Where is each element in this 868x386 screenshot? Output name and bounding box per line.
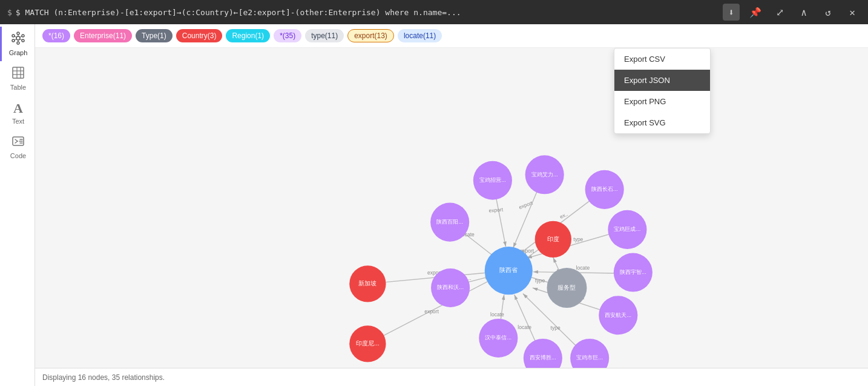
up-button[interactable]: ∧	[795, 4, 812, 21]
sidebar-item-code[interactable]: Code	[0, 130, 35, 164]
svg-rect-13	[13, 67, 24, 78]
code-icon	[12, 135, 25, 151]
close-button[interactable]: ✕	[844, 4, 861, 21]
svg-text:type: type	[551, 325, 561, 331]
sidebar: Graph Table A Text	[0, 24, 35, 386]
sidebar-text-label: Text	[12, 118, 24, 125]
node-n11[interactable]	[608, 210, 646, 249]
svg-text:locate: locate	[518, 324, 531, 330]
node-n7[interactable]	[524, 339, 562, 368]
filter-export-edge[interactable]: export(13)	[347, 29, 394, 42]
filter-region[interactable]: Region(1)	[226, 29, 270, 42]
svg-text:locate: locate	[490, 311, 504, 318]
node-n4[interactable]	[430, 203, 469, 242]
filter-all-nodes[interactable]: *(16)	[42, 29, 70, 42]
sidebar-item-text[interactable]: A Text	[0, 96, 35, 130]
content-area: *(16) Enterprise(11) Type(1) Country(3) …	[35, 24, 868, 386]
sidebar-table-label: Table	[10, 84, 26, 91]
pin-button[interactable]: 📌	[747, 4, 764, 21]
sidebar-graph-label: Graph	[9, 49, 28, 56]
svg-line-11	[15, 39, 17, 41]
filter-all-edges[interactable]: *(35)	[274, 29, 301, 42]
svg-point-5	[12, 39, 15, 42]
filter-locate-edge[interactable]: locate(11)	[398, 29, 442, 42]
svg-text:locate: locate	[576, 265, 590, 271]
sidebar-code-label: Code	[10, 152, 26, 159]
export-svg-item[interactable]: Export SVG	[614, 112, 710, 133]
node-singapore[interactable]	[349, 265, 386, 302]
filter-type[interactable]: Type(1)	[136, 29, 173, 42]
node-n8[interactable]	[570, 339, 609, 368]
node-n1[interactable]	[525, 155, 564, 194]
svg-text:export: export	[488, 207, 504, 214]
export-png-item[interactable]: Export PNG	[614, 91, 710, 112]
svg-line-8	[20, 36, 22, 38]
graph-svg: export type export export export export	[35, 48, 868, 368]
node-n10[interactable]	[614, 253, 653, 291]
svg-text:ex..: ex..	[559, 211, 569, 220]
svg-point-1	[17, 32, 19, 35]
filter-type-edge[interactable]: type(11)	[305, 29, 344, 42]
export-json-item[interactable]: Export JSON	[614, 70, 710, 91]
svg-point-2	[22, 35, 24, 37]
main-area: Graph Table A Text	[0, 24, 868, 386]
node-n6[interactable]	[479, 319, 518, 358]
table-icon	[12, 66, 25, 82]
status-bar: Displaying 16 nodes, 35 relationships.	[35, 368, 868, 386]
svg-point-3	[22, 39, 24, 42]
svg-line-20	[15, 141, 18, 143]
node-indonesia[interactable]	[349, 325, 386, 362]
svg-text:export: export	[518, 199, 534, 210]
svg-point-6	[12, 35, 15, 37]
node-n2[interactable]	[585, 170, 624, 209]
node-india[interactable]	[535, 221, 571, 258]
filter-bar: *(16) Enterprise(11) Type(1) Country(3) …	[35, 24, 868, 48]
node-service[interactable]	[547, 268, 587, 308]
expand-button[interactable]: ⤢	[771, 4, 788, 21]
node-n9[interactable]	[599, 296, 637, 334]
svg-point-0	[16, 36, 20, 40]
svg-line-9	[20, 39, 22, 41]
graph-icon	[12, 32, 25, 48]
filter-enterprise[interactable]: Enterprise(11)	[74, 29, 132, 42]
status-text: Displaying 16 nodes, 35 relationships.	[42, 373, 165, 382]
node-shaanxi[interactable]	[485, 247, 533, 294]
download-button[interactable]: ⬇	[723, 4, 740, 21]
export-dropdown: Export CSV Export JSON Export PNG Export…	[614, 48, 711, 134]
refresh-button[interactable]: ↺	[820, 4, 837, 21]
query-text: $ MATCH (n:Enterprise)-[e1:export]→(c:Co…	[16, 8, 723, 17]
svg-text:type: type	[573, 236, 583, 242]
export-csv-item[interactable]: Export CSV	[614, 48, 710, 70]
top-bar: $ $ MATCH (n:Enterprise)-[e1:export]→(c:…	[0, 0, 868, 24]
toolbar-icons: ⬇ 📌 ⤢ ∧ ↺ ✕	[723, 4, 861, 21]
node-n3[interactable]	[473, 161, 512, 200]
svg-point-4	[17, 42, 19, 44]
sidebar-item-table[interactable]: Table	[0, 61, 35, 96]
filter-country[interactable]: Country(3)	[176, 29, 223, 42]
svg-text:export: export	[424, 308, 439, 314]
svg-text:type: type	[535, 278, 545, 284]
svg-line-12	[15, 36, 17, 38]
graph-area[interactable]: export type export export export export	[35, 48, 868, 368]
node-n5[interactable]	[431, 268, 470, 307]
dollar-sign: $	[7, 8, 12, 17]
text-icon: A	[13, 101, 23, 116]
sidebar-item-graph[interactable]: Graph	[0, 27, 35, 61]
